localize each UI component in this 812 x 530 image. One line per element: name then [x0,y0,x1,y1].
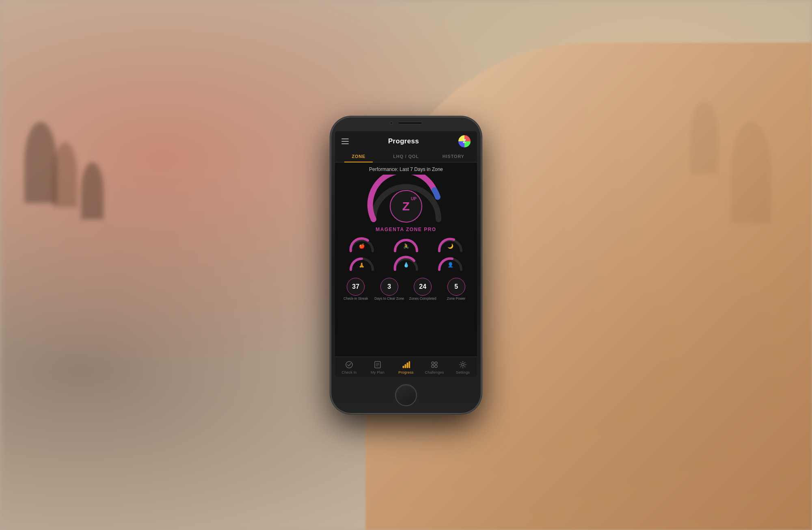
plan-icon [373,360,382,369]
stat-circle-3: 24 [414,278,432,296]
avatar[interactable]: Z [458,135,471,147]
stat-value-3: 24 [419,283,426,290]
challenges-icon [430,360,439,369]
settings-icon [458,360,467,369]
sleep-gauge-svg: 🌙 [436,236,464,253]
svg-point-17 [432,365,434,368]
stat-zones-completed: 24 Zones Completed [407,278,439,301]
stat-value-1: 37 [352,283,359,290]
menu-button[interactable] [341,138,349,144]
zone-logo: Z UP [390,190,422,223]
svg-rect-11 [403,366,404,368]
meditation-gauge-svg: 🧘 [348,254,376,271]
performance-label: Performance: Last 7 Days in Zone [335,162,477,175]
svg-text:🍎: 🍎 [359,243,365,249]
stat-circle-4: 5 [447,278,465,296]
progress-icon [402,360,410,369]
svg-point-19 [462,363,464,366]
stat-label-4: Zone Power [447,296,466,301]
svg-text:💧: 💧 [403,262,409,268]
app-screen: Progress Z ZONE LHQ / QOL HISTORY Perfor… [335,131,477,377]
svg-text:🌙: 🌙 [447,243,453,249]
stat-value-2: 3 [387,283,391,290]
stat-zone-power: 5 Zone Power [441,278,473,301]
zone-logo-sup: UP [411,197,417,201]
mini-gauge-hydration: 💧 [386,254,427,271]
cycling-gauge-svg: 🚴 [392,236,420,253]
nav-challenges[interactable]: Challenges [420,360,449,374]
nav-settings[interactable]: Settings [449,360,477,374]
nav-progress-label: Progress [398,370,414,374]
tab-zone[interactable]: ZONE [335,151,382,162]
mini-gauge-social: 👤 [430,254,471,271]
mini-gauges-grid: 🍎 🚴 [335,236,477,275]
bg-person-2 [53,142,77,207]
tab-lhq[interactable]: LHQ / QOL [382,151,430,162]
zone-logo-letter: Z [402,200,410,212]
social-gauge-svg: 👤 [436,254,464,271]
bg-person-1 [24,122,57,203]
zone-logo-circle: Z UP [390,190,422,223]
nav-progress[interactable]: Progress [392,360,420,374]
phone-top-notch [365,117,447,129]
nav-myplan[interactable]: My Plan [363,360,392,374]
app-content: Performance: Last 7 Days in Zone [335,162,477,357]
nav-checkin-label: Check In [341,370,356,374]
bottom-navigation: Check In My Plan [335,357,477,377]
nav-challenges-label: Challenges [425,370,444,374]
stat-label-1: Check-in Streak [343,296,368,301]
stat-circle-1: 37 [347,278,365,296]
zone-name-label: MAGENTA ZONE PRO [335,225,477,236]
stat-days-to-clear: 3 Days to Clear Zone [374,278,406,301]
mini-gauge-cycling: 🚴 [386,236,427,253]
main-gauge-container: Z UP [335,175,477,225]
phone-camera [390,121,393,125]
stat-label-3: Zones Completed [409,296,436,301]
mini-gauge-sleep: 🌙 [430,236,471,253]
tab-bar: ZONE LHQ / QOL HISTORY [335,151,477,162]
bg-person-5 [81,162,104,219]
page-title: Progress [388,137,419,145]
svg-point-18 [435,365,437,368]
svg-text:🚴: 🚴 [403,243,409,249]
stats-row: 37 Check-in Streak 3 Days to Clear Zone … [335,275,477,306]
checkin-icon [345,360,354,369]
nav-myplan-label: My Plan [371,370,384,374]
svg-point-6 [346,361,352,368]
svg-text:👤: 👤 [447,262,453,268]
nav-checkin[interactable]: Check In [335,360,363,374]
svg-text:🧘: 🧘 [359,262,365,268]
nutrition-gauge-svg: 🍎 [348,236,376,253]
svg-rect-13 [407,363,408,368]
stat-checkin-streak: 37 Check-in Streak [340,278,372,301]
nav-settings-label: Settings [456,370,470,374]
home-button[interactable] [395,384,417,406]
tab-history[interactable]: HISTORY [430,151,477,162]
phone-device: Progress Z ZONE LHQ / QOL HISTORY Perfor… [331,117,481,413]
svg-rect-14 [409,361,410,368]
mini-gauge-meditation: 🧘 [341,254,382,271]
svg-point-15 [432,362,434,364]
stat-circle-2: 3 [380,278,398,296]
mini-gauge-nutrition: 🍎 [341,236,382,253]
svg-point-16 [435,362,437,364]
hydration-gauge-svg: 💧 [392,254,420,271]
app-header: Progress Z [335,131,477,151]
phone-speaker [398,122,422,124]
stat-value-4: 5 [454,283,458,290]
svg-rect-12 [405,364,406,368]
phone-body: Progress Z ZONE LHQ / QOL HISTORY Perfor… [331,117,481,413]
stat-label-2: Days to Clear Zone [374,296,404,301]
